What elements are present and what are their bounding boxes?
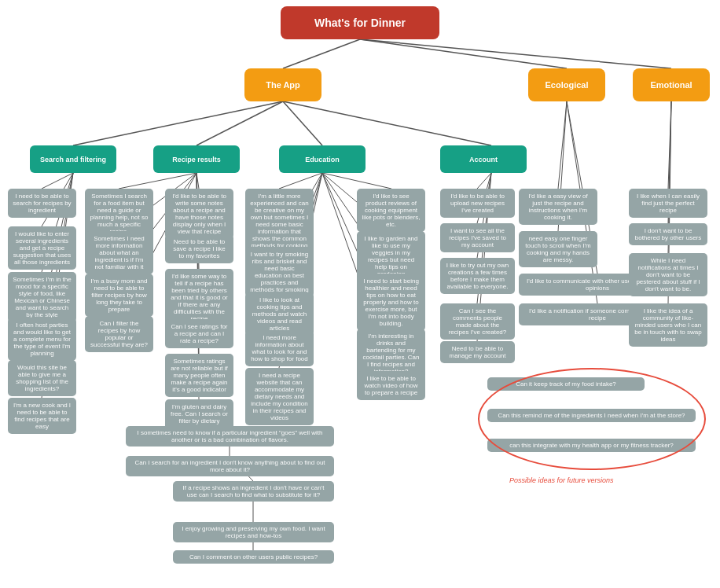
root-node: What's for Dinner [281,6,439,39]
annotation-text: Possible ideas for future versions [509,476,614,484]
leaf-r3: I'm a busy mom and need to be able to fi… [85,274,153,317]
leaf-s2: I would like to enter several ingredient… [8,226,76,270]
l1-theapp: The App [244,68,321,101]
leaf-ex5: Can I comment on other users public reci… [173,550,334,564]
leaf-s6: I'm a new cook and I need to be able to … [8,398,76,434]
leaf-e2: I want to try smoking ribs and brisket a… [245,247,314,297]
leaf-em1: I like when I can easily find just the p… [629,189,707,218]
leaf-r4: Can I filter the recipes by how popular … [85,316,153,352]
leaf-r9: Sometimes ratings are not reliable but i… [165,354,233,397]
canvas: What's for Dinner The App Ecological Emo… [0,0,720,588]
svg-line-23 [279,173,322,189]
leaf-e4: I need more information about what to lo… [245,330,314,366]
svg-line-33 [477,173,491,189]
l2-account: Account [440,145,527,173]
l2-education: Education [279,145,366,173]
leaf-e3: I like to look at cooking tips and metho… [245,292,314,336]
leaf-r6: Need to be able to save a recipe I like … [165,234,233,263]
leaf-ex4: I enjoy growing and preserving my own fo… [173,522,334,542]
leaf-eco2: need easy one finger touch to scroll whe… [519,231,597,267]
leaf-s3: Sometimes I'm in the mood for a specific… [8,272,76,322]
svg-line-6 [283,101,491,145]
leaf-s5: Would this site be able to give me a sho… [8,360,76,396]
svg-line-3 [73,101,283,145]
leaf-e5: I need a recipe website that can accommo… [245,368,314,425]
l1-ecological: Ecological [528,68,605,101]
l2-search: Search and filtering [30,145,116,173]
leaf-r5: I'd like to be able to write some notes … [165,189,233,239]
future-ellipse [478,368,706,470]
leaf-ac4: Can I see the comments people made about… [440,303,515,340]
leaf-ex3: If a recipe shows an ingredient I don't … [173,481,334,502]
leaf-em3: While I need notifications at times I do… [629,253,707,296]
leaf-ex2: Can I search for an ingredient I don't k… [126,456,334,476]
svg-line-0 [283,39,360,68]
svg-line-42 [668,101,671,189]
leaf-ac1: I'd like to be able to upload new recipe… [440,189,515,218]
leaf-r2: Sometimes I need more information about … [85,231,153,274]
svg-line-38 [558,101,567,189]
svg-line-4 [197,101,283,145]
leaf-s1: I need to be able to search for recipes … [8,189,76,218]
leaf-ac5: Need to be able to manage my account [440,341,515,363]
l2-recipe: Recipe results [153,145,240,173]
leaf-ed1: I'd like to see product reviews of cooki… [357,189,425,232]
svg-line-7 [42,173,73,189]
svg-line-17 [197,173,199,189]
leaf-ac2: I want to see all the recipes I've saved… [440,223,515,252]
svg-line-5 [283,101,322,145]
leaf-em4: I like the idea of a community of like-m… [629,303,707,347]
l1-emotional: Emotional [633,68,710,101]
leaf-s4: I often host parties and would like to g… [8,318,76,361]
svg-line-1 [360,39,567,68]
leaf-r7: I'd like some way to tell if a recipe ha… [165,269,233,326]
svg-line-28 [322,173,391,189]
leaf-em2: I don't want to be bothered by other use… [629,223,707,245]
leaf-eco1: I'd like a easy view of just the recipe … [519,189,597,225]
leaf-r8: Can I see ratings for a recipe and can I… [165,319,233,348]
leaf-ed3: I need to start being healthier and need… [357,274,425,331]
svg-line-2 [360,39,671,68]
leaf-ed5: I like to be able to watch video of how … [357,371,425,400]
leaf-ex1: I sometimes need to know if a particular… [126,426,334,447]
svg-line-13 [119,173,197,189]
leaf-ac3: I like to try out my own creations a few… [440,258,515,294]
